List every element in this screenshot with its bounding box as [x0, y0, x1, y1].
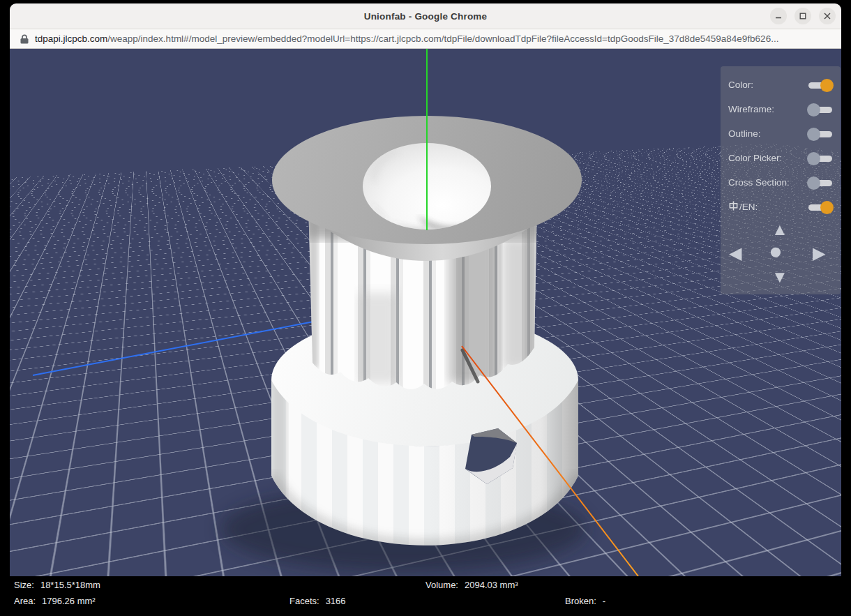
close-button[interactable] — [819, 8, 836, 24]
viewer-control-panel: Color: Wireframe: Outline: Color Picker:… — [721, 66, 841, 294]
toggle-knob — [807, 128, 820, 141]
url-domain: tdpapi.jlcpcb.com — [35, 33, 107, 44]
outline-toggle[interactable] — [808, 127, 833, 141]
lock-icon[interactable] — [20, 34, 29, 44]
area-value: 1796.26 mm² — [42, 596, 96, 606]
rotate-down-button[interactable]: ▼ — [771, 269, 788, 285]
maximize-button[interactable] — [794, 8, 811, 24]
color-toggle[interactable] — [808, 78, 833, 92]
minimize-icon — [774, 12, 783, 20]
wireframe-toggle-label: Wireframe: — [728, 104, 774, 114]
url-path: /weapp/index.html#/model_preview/embedde… — [107, 33, 778, 44]
toggle-row-color: Color: — [721, 73, 841, 97]
rotate-left-button[interactable]: ◀ — [729, 245, 741, 262]
rotate-right-button[interactable]: ▶ — [813, 245, 825, 262]
toggle-knob — [807, 176, 820, 190]
url-text[interactable]: tdpapi.jlcpcb.com/weapp/index.html#/mode… — [35, 33, 778, 44]
pulley-model — [10, 49, 841, 576]
outline-toggle-label: Outline: — [728, 128, 761, 139]
color-toggle-label: Color: — [728, 80, 753, 90]
size-stat: Size:18*15.5*18mm — [14, 580, 100, 590]
toggle-row-outline: Outline: — [721, 121, 841, 146]
model-status-bar: Size:18*15.5*18mm Volume:2094.03 mm³ Are… — [10, 576, 841, 612]
model-viewport[interactable]: Color: Wireframe: Outline: Color Picker:… — [10, 49, 841, 576]
volume-value: 2094.03 mm³ — [465, 580, 518, 590]
rotate-center-button[interactable]: ● — [769, 239, 783, 262]
language-toggle[interactable] — [808, 200, 833, 214]
maximize-icon — [799, 12, 807, 20]
cross-section-toggle-label: Cross Section: — [728, 177, 790, 188]
broken-stat: Broken:- — [565, 596, 605, 606]
color-picker-toggle[interactable] — [808, 151, 833, 165]
toggle-row-wireframe: Wireframe: — [721, 97, 841, 121]
window-controls — [770, 8, 836, 24]
window-title: Unionfab - Google Chrome — [364, 11, 488, 22]
toggle-row-color-picker: Color Picker: — [721, 146, 841, 170]
toggle-row-cross-section: Cross Section: — [721, 170, 841, 195]
facets-stat: Facets:3166 — [289, 596, 346, 606]
facets-label: Facets: — [289, 596, 319, 606]
close-icon — [823, 12, 831, 20]
rotate-nav-pad: ▲ ◀ ● ▶ ▼ — [721, 220, 841, 290]
language-toggle-label: /EN: — [728, 200, 758, 213]
zhong-character-glyph — [728, 200, 739, 213]
size-label: Size: — [14, 580, 34, 590]
minimize-button[interactable] — [770, 8, 787, 24]
language-toggle-label-suffix: /EN: — [739, 202, 758, 212]
volume-label: Volume: — [426, 580, 458, 590]
area-stat: Area:1796.26 mm² — [14, 596, 96, 606]
toggle-row-language: /EN: — [721, 195, 841, 219]
toggle-knob — [807, 152, 820, 165]
cross-section-toggle[interactable] — [808, 176, 833, 190]
size-value: 18*15.5*18mm — [40, 580, 100, 590]
broken-value: - — [603, 596, 605, 606]
color-picker-toggle-label: Color Picker: — [728, 153, 782, 163]
screen: Unionfab - Google Chrome tdpapi.jlcpcb.c… — [0, 0, 851, 616]
title-bar[interactable]: Unionfab - Google Chrome — [10, 3, 841, 29]
toggle-knob — [820, 79, 834, 92]
toggle-knob — [807, 103, 820, 117]
facets-value: 3166 — [326, 596, 346, 606]
broken-label: Broken: — [565, 596, 596, 606]
rotate-up-button[interactable]: ▲ — [771, 221, 788, 238]
wireframe-toggle[interactable] — [808, 103, 833, 117]
area-label: Area: — [14, 596, 36, 606]
volume-stat: Volume:2094.03 mm³ — [426, 580, 518, 590]
toggle-knob — [820, 201, 834, 214]
browser-window: Unionfab - Google Chrome tdpapi.jlcpcb.c… — [10, 3, 841, 612]
address-bar[interactable]: tdpapi.jlcpcb.com/weapp/index.html#/mode… — [10, 29, 841, 49]
